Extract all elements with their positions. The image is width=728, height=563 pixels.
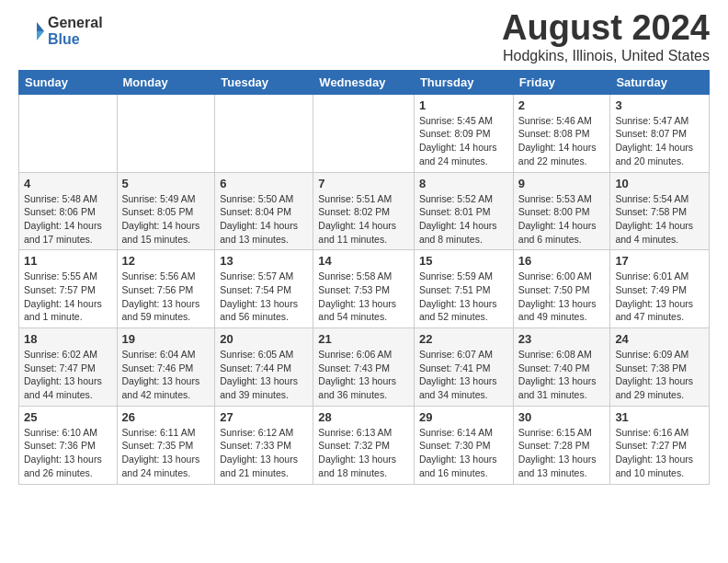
calendar-table: SundayMondayTuesdayWednesdayThursdayFrid… bbox=[18, 70, 710, 485]
day-number: 7 bbox=[318, 177, 409, 190]
calendar-cell: 28Sunrise: 6:13 AM Sunset: 7:32 PM Dayli… bbox=[313, 406, 415, 484]
header-sunday: Sunday bbox=[19, 70, 118, 94]
day-info: Sunrise: 5:59 AM Sunset: 7:51 PM Dayligh… bbox=[419, 270, 508, 324]
day-number: 29 bbox=[419, 410, 508, 424]
calendar-week-row: 25Sunrise: 6:10 AM Sunset: 7:36 PM Dayli… bbox=[19, 406, 710, 484]
calendar-cell: 7Sunrise: 5:51 AM Sunset: 8:02 PM Daylig… bbox=[313, 172, 415, 250]
calendar-cell: 16Sunrise: 6:00 AM Sunset: 7:50 PM Dayli… bbox=[513, 250, 610, 328]
day-info: Sunrise: 6:06 AM Sunset: 7:43 PM Dayligh… bbox=[318, 348, 409, 402]
day-info: Sunrise: 6:04 AM Sunset: 7:46 PM Dayligh… bbox=[122, 348, 210, 402]
day-info: Sunrise: 5:53 AM Sunset: 8:00 PM Dayligh… bbox=[518, 192, 606, 247]
day-number: 27 bbox=[220, 410, 308, 424]
calendar-cell: 11Sunrise: 5:55 AM Sunset: 7:57 PM Dayli… bbox=[19, 250, 118, 328]
calendar-cell: 6Sunrise: 5:50 AM Sunset: 8:04 PM Daylig… bbox=[215, 172, 313, 250]
day-number: 19 bbox=[122, 332, 210, 346]
svg-marker-0 bbox=[37, 22, 44, 31]
day-info: Sunrise: 6:00 AM Sunset: 7:50 PM Dayligh… bbox=[518, 270, 606, 324]
day-number: 26 bbox=[122, 410, 210, 424]
day-number: 16 bbox=[518, 254, 606, 268]
calendar-cell bbox=[117, 94, 215, 172]
calendar-cell: 31Sunrise: 6:16 AM Sunset: 7:27 PM Dayli… bbox=[610, 406, 710, 484]
day-number: 9 bbox=[518, 177, 606, 190]
day-number: 5 bbox=[122, 177, 210, 190]
day-info: Sunrise: 5:47 AM Sunset: 8:07 PM Dayligh… bbox=[615, 114, 704, 168]
day-number: 3 bbox=[615, 98, 704, 112]
day-info: Sunrise: 5:57 AM Sunset: 7:54 PM Dayligh… bbox=[220, 270, 308, 324]
day-number: 20 bbox=[220, 332, 308, 346]
day-info: Sunrise: 5:51 AM Sunset: 8:02 PM Dayligh… bbox=[318, 192, 409, 247]
calendar-cell: 10Sunrise: 5:54 AM Sunset: 7:58 PM Dayli… bbox=[610, 172, 710, 250]
calendar-cell bbox=[215, 94, 313, 172]
calendar-cell: 13Sunrise: 5:57 AM Sunset: 7:54 PM Dayli… bbox=[215, 250, 313, 328]
calendar-cell: 29Sunrise: 6:14 AM Sunset: 7:30 PM Dayli… bbox=[414, 406, 513, 484]
calendar-week-row: 4Sunrise: 5:48 AM Sunset: 8:06 PM Daylig… bbox=[19, 172, 710, 250]
day-info: Sunrise: 5:45 AM Sunset: 8:09 PM Dayligh… bbox=[419, 114, 508, 168]
day-number: 11 bbox=[24, 254, 112, 268]
calendar-cell: 4Sunrise: 5:48 AM Sunset: 8:06 PM Daylig… bbox=[19, 172, 118, 250]
calendar-cell: 30Sunrise: 6:15 AM Sunset: 7:28 PM Dayli… bbox=[513, 406, 610, 484]
page-subtitle: Hodgkins, Illinois, United States bbox=[502, 48, 710, 64]
day-info: Sunrise: 6:08 AM Sunset: 7:40 PM Dayligh… bbox=[518, 348, 606, 402]
day-info: Sunrise: 6:02 AM Sunset: 7:47 PM Dayligh… bbox=[24, 348, 112, 402]
header-monday: Monday bbox=[117, 70, 215, 94]
logo-blue-text: Blue bbox=[48, 31, 103, 48]
calendar-cell: 8Sunrise: 5:52 AM Sunset: 8:01 PM Daylig… bbox=[414, 172, 513, 250]
day-info: Sunrise: 6:07 AM Sunset: 7:41 PM Dayligh… bbox=[419, 348, 508, 402]
day-number: 10 bbox=[615, 177, 704, 190]
day-number: 6 bbox=[220, 177, 308, 190]
calendar-cell: 1Sunrise: 5:45 AM Sunset: 8:09 PM Daylig… bbox=[414, 94, 513, 172]
calendar-cell bbox=[313, 94, 415, 172]
day-number: 2 bbox=[518, 98, 606, 112]
calendar-cell: 21Sunrise: 6:06 AM Sunset: 7:43 PM Dayli… bbox=[313, 328, 415, 407]
calendar-cell: 20Sunrise: 6:05 AM Sunset: 7:44 PM Dayli… bbox=[215, 328, 313, 407]
day-number: 15 bbox=[419, 254, 508, 268]
day-number: 28 bbox=[318, 410, 409, 424]
calendar-week-row: 11Sunrise: 5:55 AM Sunset: 7:57 PM Dayli… bbox=[19, 250, 710, 328]
calendar-week-row: 1Sunrise: 5:45 AM Sunset: 8:09 PM Daylig… bbox=[19, 94, 710, 172]
day-info: Sunrise: 6:12 AM Sunset: 7:33 PM Dayligh… bbox=[220, 426, 308, 480]
header-friday: Friday bbox=[513, 70, 610, 94]
day-info: Sunrise: 5:46 AM Sunset: 8:08 PM Dayligh… bbox=[518, 114, 606, 168]
day-info: Sunrise: 6:10 AM Sunset: 7:36 PM Dayligh… bbox=[24, 426, 112, 480]
calendar-cell: 2Sunrise: 5:46 AM Sunset: 8:08 PM Daylig… bbox=[513, 94, 610, 172]
day-number: 8 bbox=[419, 177, 508, 190]
calendar-cell: 27Sunrise: 6:12 AM Sunset: 7:33 PM Dayli… bbox=[215, 406, 313, 484]
calendar-cell: 24Sunrise: 6:09 AM Sunset: 7:38 PM Dayli… bbox=[610, 328, 710, 407]
day-info: Sunrise: 5:49 AM Sunset: 8:05 PM Dayligh… bbox=[122, 192, 210, 247]
calendar-cell: 18Sunrise: 6:02 AM Sunset: 7:47 PM Dayli… bbox=[19, 328, 118, 407]
header-saturday: Saturday bbox=[610, 70, 710, 94]
day-number: 4 bbox=[24, 177, 112, 190]
day-info: Sunrise: 6:16 AM Sunset: 7:27 PM Dayligh… bbox=[615, 426, 704, 480]
svg-marker-1 bbox=[37, 31, 44, 40]
day-info: Sunrise: 6:11 AM Sunset: 7:35 PM Dayligh… bbox=[122, 426, 210, 480]
calendar-cell: 9Sunrise: 5:53 AM Sunset: 8:00 PM Daylig… bbox=[513, 172, 610, 250]
calendar-cell: 25Sunrise: 6:10 AM Sunset: 7:36 PM Dayli… bbox=[19, 406, 118, 484]
day-number: 23 bbox=[518, 332, 606, 346]
day-info: Sunrise: 6:15 AM Sunset: 7:28 PM Dayligh… bbox=[518, 426, 606, 480]
day-number: 24 bbox=[615, 332, 704, 346]
day-number: 25 bbox=[24, 410, 112, 424]
calendar-cell: 12Sunrise: 5:56 AM Sunset: 7:56 PM Dayli… bbox=[117, 250, 215, 328]
day-info: Sunrise: 5:58 AM Sunset: 7:53 PM Dayligh… bbox=[318, 270, 409, 324]
header: General Blue August 2024 Hodgkins, Illin… bbox=[18, 9, 710, 64]
day-number: 30 bbox=[518, 410, 606, 424]
day-number: 13 bbox=[220, 254, 308, 268]
day-number: 12 bbox=[122, 254, 210, 268]
logo: General Blue bbox=[18, 15, 103, 47]
title-area: August 2024 Hodgkins, Illinois, United S… bbox=[502, 9, 710, 64]
day-info: Sunrise: 5:48 AM Sunset: 8:06 PM Dayligh… bbox=[24, 192, 112, 247]
calendar-cell: 5Sunrise: 5:49 AM Sunset: 8:05 PM Daylig… bbox=[117, 172, 215, 250]
logo-icon bbox=[18, 18, 44, 44]
day-info: Sunrise: 5:54 AM Sunset: 7:58 PM Dayligh… bbox=[615, 192, 704, 247]
day-info: Sunrise: 5:55 AM Sunset: 7:57 PM Dayligh… bbox=[24, 270, 112, 324]
calendar-cell: 19Sunrise: 6:04 AM Sunset: 7:46 PM Dayli… bbox=[117, 328, 215, 407]
day-number: 22 bbox=[419, 332, 508, 346]
calendar-cell: 15Sunrise: 5:59 AM Sunset: 7:51 PM Dayli… bbox=[414, 250, 513, 328]
day-number: 21 bbox=[318, 332, 409, 346]
calendar-cell bbox=[19, 94, 118, 172]
calendar-cell: 14Sunrise: 5:58 AM Sunset: 7:53 PM Dayli… bbox=[313, 250, 415, 328]
page-title: August 2024 bbox=[502, 9, 710, 48]
calendar-week-row: 18Sunrise: 6:02 AM Sunset: 7:47 PM Dayli… bbox=[19, 328, 710, 407]
day-number: 14 bbox=[318, 254, 409, 268]
day-info: Sunrise: 5:56 AM Sunset: 7:56 PM Dayligh… bbox=[122, 270, 210, 324]
